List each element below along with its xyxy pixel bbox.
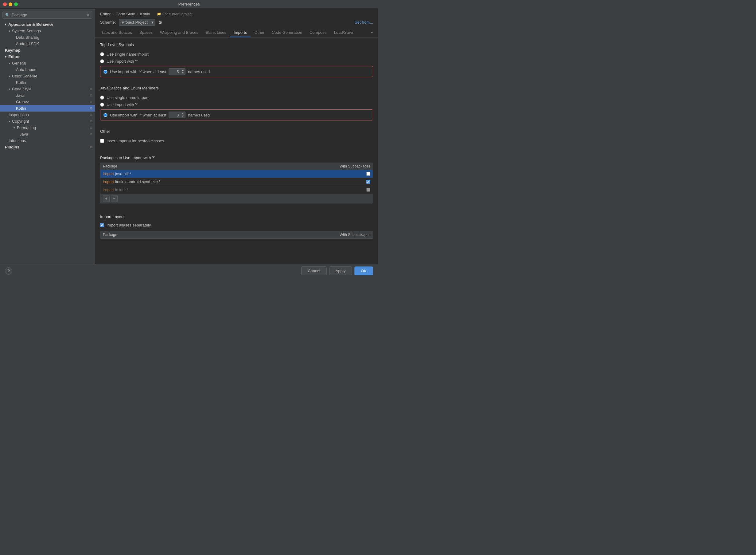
tl-number-input[interactable]	[169, 69, 180, 75]
js-star-least-radio[interactable]	[103, 113, 107, 117]
sidebar-item-color-scheme[interactable]: ▾ Color Scheme	[0, 73, 95, 79]
pkg-value: io.ktor.*	[115, 187, 128, 192]
tab-load-save[interactable]: Load/Save	[330, 28, 357, 37]
pkg-subpackages-checkbox[interactable]	[366, 188, 370, 192]
ok-button[interactable]: OK	[355, 266, 373, 275]
tl-star-least-radio[interactable]	[103, 70, 107, 74]
sidebar-item-appearance[interactable]: ▾ Appearance & Behavior	[0, 21, 95, 28]
sidebar-item-groovy[interactable]: Groovy ⧉	[0, 99, 95, 105]
sidebar-item-plugins[interactable]: Plugins ⧉	[0, 144, 95, 150]
copy-icon[interactable]: ⧉	[90, 126, 92, 130]
tl-star-radio[interactable]	[100, 59, 104, 63]
sidebar-item-android-sdk[interactable]: Android SDK	[0, 41, 95, 47]
import-aliases-checkbox[interactable]	[100, 223, 104, 227]
copy-icon[interactable]: ⧉	[90, 100, 92, 104]
sidebar-item-system-settings[interactable]: ▾ System Settings	[0, 28, 95, 34]
insert-nested-option[interactable]: Insert imports for nested classes	[100, 137, 373, 144]
tab-imports[interactable]: Imports	[230, 28, 250, 37]
sidebar-item-label: Formatting	[17, 125, 36, 130]
tl-spin-down[interactable]: ▼	[180, 72, 185, 75]
remove-package-button[interactable]: −	[111, 195, 117, 202]
pkg-subpackages-checkbox-wrap[interactable]	[333, 180, 370, 184]
window-controls[interactable]	[3, 2, 18, 6]
sidebar-item-kotlin[interactable]: Kotlin ⧉	[0, 105, 95, 112]
gear-icon[interactable]: ⚙	[158, 20, 162, 25]
pkg-subpackages-checkbox[interactable]	[366, 172, 370, 176]
sidebar-item-auto-import[interactable]: Auto Import	[0, 67, 95, 73]
add-package-button[interactable]: +	[103, 195, 110, 202]
cancel-button[interactable]: Cancel	[301, 266, 326, 275]
sidebar-item-java-fmt[interactable]: Java ⧉	[0, 131, 95, 137]
for-current-project: For current project	[162, 12, 193, 16]
breadcrumb: Editor › Code Style › Kotlin 📁 For curre…	[95, 9, 378, 16]
pkg-subpackages-checkbox[interactable]	[366, 180, 370, 184]
minimize-button[interactable]	[9, 2, 12, 6]
js-single-option[interactable]: Use single name import	[100, 94, 373, 101]
js-spin-down[interactable]: ▼	[180, 115, 185, 118]
copy-icon[interactable]: ⧉	[90, 87, 92, 91]
java-statics-radio-group: Use single name import Use import with '…	[100, 94, 373, 121]
tl-single-option[interactable]: Use single name import	[100, 51, 373, 58]
js-single-radio[interactable]	[100, 95, 104, 99]
js-single-label: Use single name import	[106, 95, 149, 100]
tab-other[interactable]: Other	[250, 28, 268, 37]
clear-search-icon[interactable]: ✕	[87, 13, 90, 17]
close-button[interactable]	[3, 2, 7, 6]
search-icon: 🔍	[5, 13, 10, 17]
sidebar-item-intentions[interactable]: Intentions	[0, 137, 95, 144]
tab-compose[interactable]: Compose	[306, 28, 330, 37]
sidebar: 🔍 ✕ ▾ Appearance & Behavior ▾ System Set…	[0, 9, 95, 264]
import-aliases-option[interactable]: Import aliases separately	[100, 222, 373, 229]
tab-blank-lines[interactable]: Blank Lines	[202, 28, 230, 37]
tab-code-generation[interactable]: Code Generation	[268, 28, 306, 37]
copy-icon[interactable]: ⧉	[90, 106, 92, 110]
tab-wrapping[interactable]: Wrapping and Braces	[156, 28, 202, 37]
copy-icon[interactable]: ⧉	[90, 145, 92, 149]
sidebar-item-code-style[interactable]: ▾ Code Style ⧉	[0, 86, 95, 92]
sidebar-item-keymap[interactable]: Keymap	[0, 47, 95, 53]
packages-header: Package With Subpackages	[100, 163, 373, 170]
set-from-link[interactable]: Set from...	[355, 20, 373, 25]
sidebar-item-label: Android SDK	[16, 41, 39, 46]
search-bar[interactable]: 🔍 ✕	[2, 11, 92, 19]
sidebar-item-general[interactable]: ▾ General	[0, 60, 95, 67]
sidebar-item-copyright[interactable]: ▾ Copyright ⧉	[0, 118, 95, 124]
tl-star-option[interactable]: Use import with '*'	[100, 58, 373, 65]
tabs-overflow[interactable]: ▾	[369, 28, 376, 37]
table-row[interactable]: import kotlinx.android.synthetic.*	[100, 178, 373, 186]
tl-star-least-option[interactable]: Use import with '*' when at least ▲ ▼ na…	[100, 66, 373, 77]
pkg-subpackages-checkbox-wrap[interactable]	[333, 188, 370, 192]
js-number-input[interactable]	[169, 112, 180, 118]
scheme-select[interactable]: Project Project	[119, 19, 155, 26]
table-row[interactable]: import java.util.*	[100, 170, 373, 178]
copy-icon[interactable]: ⧉	[90, 119, 92, 123]
sidebar-item-java[interactable]: Java ⧉	[0, 92, 95, 99]
copy-icon[interactable]: ⧉	[90, 93, 92, 97]
js-star-radio[interactable]	[100, 103, 104, 106]
tab-spaces[interactable]: Spaces	[136, 28, 156, 37]
js-star-option[interactable]: Use import with '*'	[100, 101, 373, 108]
maximize-button[interactable]	[14, 2, 18, 6]
sidebar-item-editor[interactable]: ▾ Editor	[0, 53, 95, 60]
js-spin-up[interactable]: ▲	[180, 112, 185, 115]
copy-icon[interactable]: ⧉	[90, 113, 92, 117]
sidebar-item-label: Kotlin	[16, 106, 26, 111]
js-star-least-option[interactable]: Use import with '*' when at least ▲ ▼ na…	[100, 110, 373, 121]
help-button[interactable]: ?	[5, 267, 12, 275]
sidebar-item-data-sharing[interactable]: Data Sharing	[0, 34, 95, 41]
tl-single-radio[interactable]	[100, 52, 104, 56]
sidebar-item-formatting[interactable]: ▾ Formatting ⧉	[0, 124, 95, 131]
tab-tabs-spaces[interactable]: Tabs and Spaces	[98, 28, 136, 37]
tl-spin-up[interactable]: ▲	[180, 69, 185, 72]
copy-icon[interactable]: ⧉	[90, 132, 92, 136]
pkg-subpackages-checkbox-wrap[interactable]	[333, 172, 370, 176]
table-row[interactable]: import io.ktor.*	[100, 186, 373, 194]
scheme-select-wrap[interactable]: Project Project	[119, 19, 155, 26]
expand-icon: ▾	[13, 126, 15, 129]
search-input[interactable]	[12, 13, 87, 17]
apply-button[interactable]: Apply	[329, 266, 352, 275]
sidebar-item-inspections[interactable]: Inspections ⧉	[0, 112, 95, 118]
window-title: Preferences	[178, 2, 200, 6]
sidebar-item-kotlin-color[interactable]: Kotlin	[0, 79, 95, 86]
insert-nested-checkbox[interactable]	[100, 139, 104, 143]
